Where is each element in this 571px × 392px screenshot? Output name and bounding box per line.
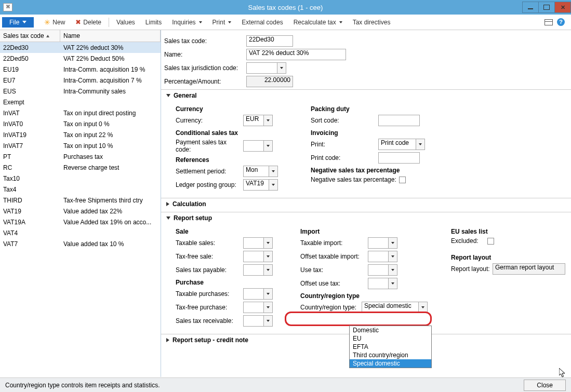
chevron-down-icon[interactable] bbox=[389, 251, 397, 262]
taxfree-sale-combo[interactable] bbox=[243, 251, 273, 262]
table-row[interactable]: VAT7Value added tax 10 % bbox=[0, 238, 161, 249]
chevron-down-icon[interactable] bbox=[389, 278, 397, 289]
table-row[interactable]: Exempt bbox=[0, 97, 161, 107]
cell-code: Tax4 bbox=[0, 186, 60, 193]
chevron-down-icon[interactable] bbox=[416, 139, 425, 150]
title-bar: ⌘ Sales tax codes (1 - cee) bbox=[0, 0, 571, 15]
chevron-down-icon[interactable] bbox=[277, 62, 286, 74]
chevron-down-icon[interactable] bbox=[264, 140, 273, 152]
maximize-button[interactable] bbox=[538, 2, 555, 13]
dropdown-option[interactable]: Domestic bbox=[350, 326, 431, 334]
tax-directives-button[interactable]: Tax directives bbox=[348, 17, 396, 28]
section-report-setup-header[interactable]: Report setup bbox=[161, 212, 571, 224]
chevron-down-icon[interactable] bbox=[264, 302, 273, 313]
table-row[interactable]: EU19Intra-Comm. acquisition 19 % bbox=[0, 64, 161, 75]
recalculate-tax-menu[interactable]: Recalculate tax bbox=[288, 17, 348, 28]
close-window-button[interactable] bbox=[554, 2, 571, 13]
sales-tax-receivable-combo[interactable] bbox=[243, 315, 273, 327]
cell-name: Value added tax 22% bbox=[60, 208, 161, 215]
print-combo[interactable]: Print code bbox=[378, 139, 425, 150]
values-button[interactable]: Values bbox=[111, 17, 140, 28]
table-row[interactable]: Tax10 bbox=[0, 173, 161, 184]
chevron-down-icon[interactable] bbox=[264, 251, 273, 262]
cell-code: EU19 bbox=[0, 66, 60, 73]
minimize-button[interactable] bbox=[522, 2, 539, 13]
chevron-down-icon[interactable] bbox=[264, 237, 273, 249]
import-heading: Import bbox=[300, 228, 430, 235]
ledger-posting-group-combo[interactable]: VAT19 bbox=[243, 179, 278, 191]
table-row[interactable]: 22Ded50VAT 22% Deduct 50% bbox=[0, 53, 161, 64]
layout-icon[interactable] bbox=[545, 19, 553, 25]
delete-button[interactable]: Delete bbox=[70, 17, 107, 28]
cell-name: Intra-Community sales bbox=[60, 88, 161, 95]
cell-name: Intra-Comm. acquisition 19 % bbox=[60, 66, 161, 73]
excluded-checkbox[interactable] bbox=[487, 238, 494, 245]
chevron-down-icon[interactable] bbox=[264, 315, 273, 327]
currency-combo[interactable]: EUR bbox=[243, 115, 273, 126]
negative-tax-heading: Negative sales tax percentage bbox=[311, 167, 425, 174]
chevron-down-icon[interactable] bbox=[264, 115, 273, 126]
table-row[interactable]: 22Ded30VAT 22% deduct 30% bbox=[0, 42, 161, 53]
sales-tax-code-field[interactable]: 22Ded30 bbox=[246, 35, 293, 47]
name-field[interactable]: VAT 22% deduct 30% bbox=[246, 49, 346, 60]
chevron-down-icon[interactable] bbox=[389, 264, 397, 276]
taxable-sales-combo[interactable] bbox=[243, 237, 273, 249]
offset-taxable-import-combo[interactable] bbox=[368, 251, 397, 262]
table-row[interactable]: InVAT7Tax on input 10 % bbox=[0, 140, 161, 151]
print-code-field[interactable] bbox=[378, 152, 420, 164]
report-layout-field[interactable]: German report layout bbox=[493, 263, 565, 275]
table-row[interactable]: VAT19Value added tax 22% bbox=[0, 206, 161, 217]
sort-code-field[interactable] bbox=[378, 115, 420, 126]
table-row[interactable]: EU7Intra-Comm. acquisition 7 % bbox=[0, 75, 161, 86]
sales-tax-payable-combo[interactable] bbox=[243, 264, 273, 276]
column-header-code[interactable]: Sales tax code bbox=[0, 30, 60, 42]
chevron-down-icon[interactable] bbox=[389, 237, 397, 249]
table-row[interactable]: RCReverse charge test bbox=[0, 162, 161, 173]
label-settlement-period: Settlement period: bbox=[176, 168, 243, 175]
dropdown-option[interactable]: Third country/region bbox=[350, 351, 431, 359]
table-row[interactable]: InVATTax on input direct posting bbox=[0, 107, 161, 118]
expand-icon bbox=[166, 202, 169, 206]
section-general-header[interactable]: General bbox=[161, 90, 571, 101]
table-row[interactable]: VAT4 bbox=[0, 227, 161, 238]
table-row[interactable]: EUSIntra-Community sales bbox=[0, 86, 161, 97]
use-tax-combo[interactable] bbox=[368, 264, 397, 276]
close-button[interactable]: Close bbox=[524, 380, 566, 391]
section-calculation-header[interactable]: Calculation bbox=[161, 198, 571, 210]
taxfree-purchase-combo[interactable] bbox=[243, 302, 273, 313]
taxable-purchases-combo[interactable] bbox=[243, 288, 273, 300]
dropdown-option[interactable]: Special domestic bbox=[350, 359, 431, 368]
chevron-down-icon[interactable] bbox=[264, 288, 273, 300]
table-row[interactable]: THIRDTax-free Shipments third ctry bbox=[0, 195, 161, 206]
external-codes-button[interactable]: External codes bbox=[236, 17, 288, 28]
help-icon[interactable] bbox=[557, 18, 565, 26]
file-menu[interactable]: File bbox=[2, 17, 34, 28]
settlement-period-combo[interactable]: Mon bbox=[243, 166, 278, 177]
tax-codes-grid[interactable]: Sales tax code Name 22Ded30VAT 22% deduc… bbox=[0, 30, 161, 377]
dropdown-option[interactable]: EU bbox=[350, 334, 431, 343]
chevron-down-icon[interactable] bbox=[419, 302, 428, 313]
new-icon bbox=[44, 18, 50, 26]
country-region-type-combo[interactable]: Special domestic bbox=[362, 302, 428, 313]
limits-button[interactable]: Limits bbox=[140, 17, 167, 28]
chevron-down-icon[interactable] bbox=[269, 179, 278, 191]
payment-sales-tax-code-combo[interactable] bbox=[243, 140, 273, 152]
column-header-name[interactable]: Name bbox=[60, 30, 161, 42]
table-row[interactable]: Tax4 bbox=[0, 184, 161, 195]
chevron-down-icon[interactable] bbox=[264, 264, 273, 276]
chevron-down-icon[interactable] bbox=[269, 166, 278, 177]
table-row[interactable]: InVAT19Tax on input 22 % bbox=[0, 129, 161, 140]
table-row[interactable]: VAT19AValue Added tax 19% on acco... bbox=[0, 217, 161, 227]
jurisdiction-combo[interactable] bbox=[246, 62, 286, 74]
new-button[interactable]: New bbox=[39, 17, 70, 28]
table-row[interactable]: InVAT0Tax on input 0 % bbox=[0, 118, 161, 129]
dropdown-option[interactable]: EFTA bbox=[350, 343, 431, 351]
offset-use-tax-combo[interactable] bbox=[368, 278, 397, 289]
country-region-type-dropdown[interactable]: DomesticEUEFTAThird country/regionSpecia… bbox=[349, 326, 432, 368]
label-offset-taxable-import: Offset taxable import: bbox=[300, 253, 368, 260]
negative-tax-checkbox[interactable] bbox=[399, 177, 406, 183]
inquiries-menu[interactable]: Inquiries bbox=[167, 17, 207, 28]
table-row[interactable]: PTPurchases tax bbox=[0, 151, 161, 162]
taxable-import-combo[interactable] bbox=[368, 237, 397, 249]
print-menu[interactable]: Print bbox=[207, 17, 237, 28]
